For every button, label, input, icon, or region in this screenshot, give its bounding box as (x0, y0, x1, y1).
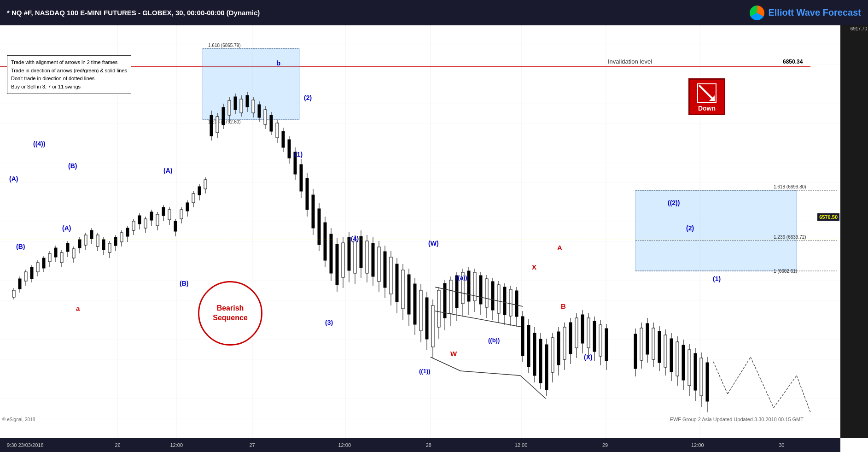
svg-rect-167 (431, 305, 434, 347)
svg-rect-157 (402, 270, 404, 309)
svg-rect-111 (264, 110, 267, 124)
svg-rect-43 (60, 252, 63, 263)
chart-area: Invalidation level 6850.34 1.618 (6865.7… (0, 25, 840, 438)
svg-rect-55 (96, 235, 99, 247)
svg-rect-133 (330, 234, 332, 273)
time-tick: 12:00 (515, 442, 528, 448)
svg-text:((a)): ((a)) (456, 274, 467, 281)
chart-title: * NQ #F, NASDAQ 100 E-MINI FUTURES - GLO… (7, 9, 745, 17)
svg-rect-85 (186, 203, 189, 211)
svg-text:(B): (B) (16, 243, 25, 250)
svg-rect-221 (587, 318, 590, 348)
header-logo: Elliott Wave Forecast (750, 6, 861, 20)
svg-rect-245 (682, 345, 685, 380)
svg-text:W: W (450, 350, 457, 358)
price-axis-container: 6917.70 (840, 25, 868, 438)
svg-rect-253 (706, 363, 709, 401)
time-tick: 26 (115, 442, 120, 448)
svg-rect-117 (282, 131, 285, 147)
svg-rect-33 (30, 267, 33, 279)
svg-rect-165 (425, 298, 428, 339)
svg-rect-73 (150, 212, 153, 220)
svg-rect-143 (360, 236, 362, 268)
svg-rect-67 (132, 221, 135, 230)
svg-rect-119 (288, 140, 291, 158)
svg-rect-57 (102, 240, 105, 250)
svg-rect-185 (485, 279, 488, 307)
svg-rect-75 (156, 214, 159, 226)
svg-rect-79 (168, 210, 171, 220)
svg-rect-225 (599, 325, 602, 356)
bearish-line1: Bearish (217, 304, 244, 313)
svg-rect-45 (66, 243, 69, 252)
svg-rect-239 (664, 335, 667, 367)
svg-rect-201 (527, 325, 530, 367)
svg-rect-19 (635, 190, 797, 271)
svg-rect-101 (234, 97, 237, 110)
svg-text:1.618 (6699.80): 1.618 (6699.80) (774, 184, 806, 189)
svg-rect-69 (138, 216, 141, 224)
svg-text:b: b (276, 59, 280, 67)
svg-rect-213 (563, 327, 566, 359)
svg-rect-51 (84, 235, 87, 245)
svg-text:(A): (A) (163, 167, 172, 174)
corner-price: 6917.70 (851, 26, 867, 31)
svg-rect-65 (126, 228, 129, 236)
svg-rect-97 (222, 107, 225, 125)
svg-text:(B): (B) (68, 162, 77, 170)
svg-text:(A): (A) (62, 224, 71, 232)
svg-rect-71 (144, 219, 147, 228)
header: * NQ #F, NASDAQ 100 E-MINI FUTURES - GLO… (0, 0, 868, 25)
time-tick: 9:30 23/03/2018 (7, 442, 44, 448)
svg-rect-159 (408, 275, 410, 314)
svg-rect-223 (593, 321, 596, 352)
bearish-sequence-circle: Bearish Sequence (198, 281, 262, 346)
svg-rect-243 (676, 342, 679, 376)
svg-rect-137 (342, 243, 344, 277)
svg-rect-29 (18, 279, 21, 289)
svg-rect-35 (36, 263, 39, 272)
instructions-box: Trade with alignment of arrows in 2 time… (7, 55, 131, 94)
esignal-copyright: © eSignal, 2018 (2, 417, 35, 422)
svg-rect-127 (312, 195, 315, 228)
down-arrow-icon (695, 82, 718, 105)
svg-rect-27 (12, 290, 15, 297)
svg-rect-249 (694, 353, 697, 390)
svg-text:B: B (561, 302, 566, 310)
svg-text:(2): (2) (304, 94, 312, 101)
svg-rect-145 (366, 241, 368, 273)
svg-rect-95 (216, 117, 219, 133)
svg-rect-63 (120, 233, 123, 242)
svg-rect-113 (270, 115, 273, 131)
svg-rect-39 (48, 253, 51, 262)
svg-rect-189 (497, 285, 500, 313)
svg-rect-87 (192, 194, 195, 203)
time-tick: 12:00 (338, 442, 351, 448)
svg-rect-251 (700, 358, 703, 396)
svg-rect-235 (652, 328, 655, 359)
svg-text:(X): (X) (584, 353, 593, 361)
svg-rect-135 (336, 244, 338, 285)
svg-rect-199 (521, 317, 524, 356)
svg-rect-59 (108, 243, 111, 252)
svg-rect-49 (78, 240, 81, 248)
svg-rect-179 (467, 271, 470, 301)
svg-rect-41 (54, 248, 57, 257)
svg-rect-229 (634, 334, 637, 369)
svg-rect-237 (658, 331, 661, 363)
svg-rect-203 (533, 333, 536, 376)
chart-container: * NQ #F, NASDAQ 100 E-MINI FUTURES - GLO… (0, 0, 868, 452)
svg-text:(B): (B) (180, 280, 188, 287)
svg-text:(1): (1) (713, 275, 721, 282)
svg-rect-195 (515, 291, 518, 317)
svg-text:a: a (76, 305, 80, 312)
svg-rect-125 (306, 178, 309, 210)
svg-rect-131 (324, 223, 326, 260)
time-tick: 28 (426, 442, 431, 448)
svg-rect-103 (240, 99, 243, 113)
svg-rect-31 (24, 272, 27, 281)
svg-rect-169 (437, 290, 440, 327)
svg-rect-107 (252, 100, 255, 113)
svg-text:1 (6602.61): 1 (6602.61) (774, 269, 797, 274)
svg-text:((4)): ((4)) (33, 140, 45, 147)
